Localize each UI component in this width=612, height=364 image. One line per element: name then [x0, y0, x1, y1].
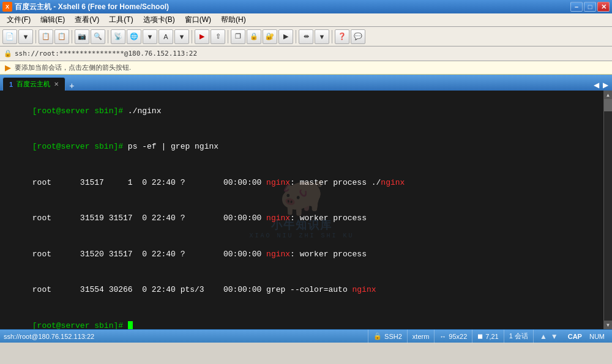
cursor [128, 321, 133, 329]
tab-label: 百度云主机 [17, 80, 50, 89]
toolbar-new[interactable]: 📄 [2, 29, 17, 44]
terminal-line-3: root 31517 1 0 22:40 ? 00:00:00 nginx: m… [4, 165, 600, 201]
toolbar: 📄 ▼ 📋 📋 📷 🔍 📡 🌐 ▼ A ▼ ▶ ⇧ ❐ 🔒 🔐 ▶ ⇼ ▼ ❓ … [0, 27, 612, 46]
toolbar-sep-2 [72, 30, 72, 43]
status-sessions-segment: 1 会话 [504, 330, 533, 343]
menu-tools[interactable]: 工具(T) [105, 13, 137, 27]
menu-help[interactable]: 帮助(H) [217, 13, 250, 27]
toolbar-globe[interactable]: 🌐 [127, 29, 141, 44]
scrollbar-up-button[interactable]: ▲ [604, 91, 613, 99]
status-position-segment: ◼ 7,21 [472, 330, 503, 343]
terminal-line-4: root 31519 31517 0 22:40 ? 00:00:00 ngin… [4, 201, 600, 237]
tab-next-button[interactable]: ▶ [602, 81, 610, 89]
window-title: 百度云主机 - Xshell 6 (Free for Home/School) [15, 2, 169, 12]
resize-icon: ↔ [439, 333, 446, 340]
terminal-scrollbar: ▲ ▼ [603, 91, 612, 329]
toolbar-fullscreen[interactable]: ❐ [231, 29, 245, 44]
address-text: ssh://root:****************@180.76.152.1… [15, 50, 197, 58]
toolbar-copy[interactable]: 📋 [39, 29, 53, 44]
tab-bar: 1 百度云主机 ✕ + ◀ ▶ [0, 75, 612, 91]
lock-icon: 🔒 [4, 50, 12, 58]
terminal-line-6: root 31554 30266 0 22:40 pts/3 00:00:00 … [4, 272, 600, 308]
scrollbar-track[interactable] [604, 99, 612, 321]
tab-close-icon[interactable]: ✕ [54, 81, 59, 87]
title-bar: X 百度云主机 - Xshell 6 (Free for Home/School… [0, 0, 612, 13]
menu-file[interactable]: 文件(F) [2, 13, 35, 27]
menu-tabs[interactable]: 选项卡(B) [139, 13, 179, 27]
status-position: 7,21 [485, 333, 498, 340]
toolbar-sep-4 [192, 30, 192, 43]
toolbar-key[interactable]: 🔐 [263, 29, 277, 44]
status-connection: ssh://root@180.76.152.113:22 [4, 333, 368, 340]
arrow-up-button[interactable]: ▲ [539, 332, 548, 341]
menu-window[interactable]: 窗口(W) [181, 13, 215, 27]
prompt-1: [root@server sbin]# [32, 106, 128, 116]
toolbar-font-dropdown[interactable]: ▼ [174, 29, 189, 44]
scrollbar-down-button[interactable]: ▼ [604, 321, 613, 329]
status-arrows: ▲ ▼ [539, 332, 559, 341]
tab-prev-button[interactable]: ◀ [592, 81, 600, 89]
status-size-segment: ↔ 95x22 [434, 330, 472, 343]
toolbar-globe-dropdown[interactable]: ▼ [143, 29, 157, 44]
status-bar: ssh://root@180.76.152.113:22 🔒 SSH2 xter… [0, 329, 612, 343]
tab-add-button[interactable]: + [67, 81, 76, 91]
tab-number: 1 [9, 81, 13, 88]
toolbar-screenshot[interactable]: 📷 [75, 29, 89, 44]
status-size: 95x22 [449, 333, 467, 340]
status-protocol: SSH2 [384, 333, 402, 340]
terminal-line-1: [root@server sbin]# ./nginx [4, 93, 600, 129]
menu-edit[interactable]: 编辑(E) [36, 13, 69, 27]
toolbar-search[interactable]: 🔍 [91, 29, 105, 44]
toolbar-open-dropdown[interactable]: ▼ [18, 29, 33, 44]
toolbar-sep-5 [228, 30, 228, 43]
arrow-down-button[interactable]: ▼ [550, 332, 559, 341]
toolbar-lock[interactable]: 🔒 [247, 29, 261, 44]
info-icon: ▶ [5, 63, 11, 72]
title-bar-left: X 百度云主机 - Xshell 6 (Free for Home/School… [2, 2, 169, 12]
status-num: NUM [586, 333, 608, 340]
terminal-line-2: [root@server sbin]# ps -ef | grep nginx [4, 129, 600, 165]
window-controls: – □ ✕ [570, 2, 610, 12]
toolbar-paste[interactable]: 📋 [54, 29, 69, 44]
toolbar-connect[interactable]: 📡 [111, 29, 125, 44]
tab-1[interactable]: 1 百度云主机 ✕ [2, 77, 65, 91]
address-bar: 🔒 ssh://root:****************@180.76.152… [0, 46, 612, 61]
info-bar: ▶ 要添加当前会话，点击左侧的箭头按钮. [0, 61, 612, 75]
toolbar-sep-3 [108, 30, 108, 43]
menu-bar: 文件(F) 编辑(E) 查看(V) 工具(T) 选项卡(B) 窗口(W) 帮助(… [0, 13, 612, 27]
terminal-line-5: root 31520 31517 0 22:40 ? 00:00:00 ngin… [4, 236, 600, 272]
toolbar-remote[interactable]: ▶ [278, 29, 293, 44]
toolbar-font[interactable]: A [159, 29, 173, 44]
tab-nav: ◀ ▶ [592, 81, 610, 89]
signal-icon: ◼ [477, 332, 483, 340]
status-terminal: xterm [412, 333, 430, 340]
status-sessions: 1 会话 [509, 332, 528, 341]
terminal[interactable]: 🐖 小牛知识库 XIAO NIU ZHI SHI KU [root@server… [0, 91, 603, 329]
app-icon: X [2, 2, 12, 12]
toolbar-chat[interactable]: 💬 [351, 29, 365, 44]
toolbar-sep-6 [296, 30, 296, 43]
info-text: 要添加当前会话，点击左侧的箭头按钮. [15, 63, 131, 72]
terminal-wrapper: 🐖 小牛知识库 XIAO NIU ZHI SHI KU [root@server… [0, 91, 612, 329]
lock-status-icon: 🔒 [373, 332, 382, 340]
menu-view[interactable]: 查看(V) [70, 13, 103, 27]
terminal-line-7: [root@server sbin]# [4, 308, 600, 329]
toolbar-help[interactable]: ❓ [335, 29, 349, 44]
status-protocol-segment: 🔒 SSH2 [368, 330, 407, 343]
toolbar-xftp[interactable]: ▶ [195, 29, 209, 44]
toolbar-sep-1 [35, 30, 36, 43]
toolbar-layout-dropdown[interactable]: ▼ [315, 29, 329, 44]
scrollbar-thumb[interactable] [604, 99, 612, 111]
minimize-button[interactable]: – [570, 2, 583, 12]
close-button[interactable]: ✕ [597, 2, 610, 12]
status-terminal-segment: xterm [407, 330, 435, 343]
toolbar-layout[interactable]: ⇼ [299, 29, 313, 44]
prompt-3: [root@server sbin]# [32, 321, 128, 330]
status-cap: CAP [564, 333, 586, 340]
toolbar-upload[interactable]: ⇧ [211, 29, 225, 44]
status-arrows-segment: ▲ ▼ [533, 330, 564, 343]
maximize-button[interactable]: □ [584, 2, 596, 12]
prompt-2: [root@server sbin]# [32, 142, 128, 151]
toolbar-sep-7 [332, 30, 332, 43]
